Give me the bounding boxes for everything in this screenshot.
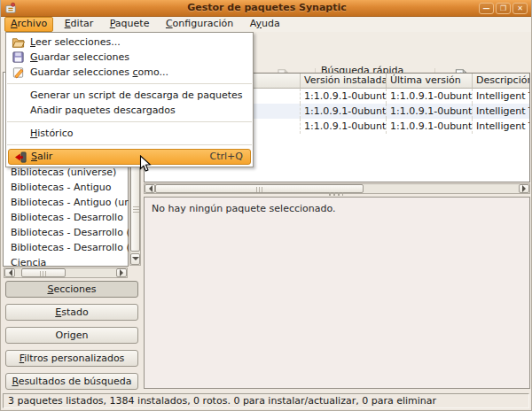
synaptic-window: Gestor de paquetes Synaptic — ❐ ✕ Archiv… xyxy=(0,0,532,411)
column-header-description[interactable]: Descripción xyxy=(473,74,529,89)
pane-splitter-handle[interactable] xyxy=(329,192,343,196)
scrollbar-thumb[interactable] xyxy=(130,166,140,252)
scroll-down-button[interactable] xyxy=(130,253,140,265)
column-header-installed-version[interactable]: Versión instalada xyxy=(301,74,387,89)
section-item[interactable]: Bibliotecas - Desarrollo (uni xyxy=(6,240,129,255)
save-as-pencil-icon xyxy=(11,65,26,80)
arrow-right-icon xyxy=(120,269,127,276)
scrollbar-thumb[interactable] xyxy=(21,268,66,277)
arrow-left-icon xyxy=(5,269,12,276)
menubar: Archivo Editar Paquete Configuración Ayu… xyxy=(1,17,532,32)
menu-configuracion[interactable]: Configuración xyxy=(160,17,239,32)
scroll-left-button[interactable] xyxy=(4,268,15,277)
menu-separator xyxy=(7,83,252,84)
menu-separator xyxy=(7,121,252,122)
scroll-right-button[interactable] xyxy=(519,184,529,193)
scroll-left-button[interactable] xyxy=(145,184,155,193)
minimize-button[interactable]: — xyxy=(479,3,494,14)
maximize-button[interactable]: ❐ xyxy=(496,3,511,14)
column-header-latest-version[interactable]: Última versión xyxy=(387,74,473,89)
arrow-left-icon xyxy=(145,185,153,192)
sections-button[interactable]: Secciones xyxy=(5,281,138,298)
statusbar: 3 paquetes listados, 1384 instalados, 0 … xyxy=(3,393,529,408)
status-button[interactable]: Estado xyxy=(5,304,138,321)
no-package-selected-message: No hay ningún paquete seleccionado. xyxy=(152,203,336,214)
statusbar-text: 3 paquetes listados, 1384 instalados, 0 … xyxy=(8,395,436,407)
section-item[interactable]: Bibliotecas - Desarrollo (mu xyxy=(6,225,129,240)
menuitem-add-downloaded-packages[interactable]: Añadir paquetes descargados xyxy=(6,103,253,118)
menu-archivo[interactable]: Archivo xyxy=(4,17,53,32)
origin-button[interactable]: Origen xyxy=(5,327,138,344)
menuitem-quit[interactable]: Salir Ctrl+Q xyxy=(8,149,251,165)
titlebar: Gestor de paquetes Synaptic — ❐ ✕ xyxy=(1,0,532,17)
menuitem-save-selections[interactable]: Guardar selecciones xyxy=(6,50,253,65)
scrollbar-grip xyxy=(133,206,139,213)
sections-horizontal-scrollbar[interactable] xyxy=(4,268,128,278)
section-item[interactable]: Bibliotecas - Antiguo xyxy=(6,180,129,195)
arrow-down-icon xyxy=(132,257,139,264)
menuitem-generate-download-script[interactable]: Generar un script de descarga de paquete… xyxy=(6,88,253,103)
floppy-disk-icon xyxy=(11,50,26,65)
window-title: Gestor de paquetes Synaptic xyxy=(1,2,532,13)
search-results-button[interactable]: Resultados de búsqueda xyxy=(5,373,138,390)
minimize-icon: — xyxy=(483,4,490,12)
close-icon: ✕ xyxy=(517,4,523,12)
scroll-right-button[interactable] xyxy=(116,268,127,277)
section-item[interactable]: Bibliotecas - Desarrollo xyxy=(6,210,129,225)
menu-editar[interactable]: Editar xyxy=(59,17,99,32)
custom-filters-button[interactable]: Filtros personalizados xyxy=(5,350,138,367)
scrollbar-grip xyxy=(40,271,48,276)
file-menu-dropdown: Leer selecciones... Guardar selecciones … xyxy=(5,32,254,167)
menuitem-save-selections-as[interactable]: Guardar selecciones como... xyxy=(6,65,253,80)
section-item[interactable]: Ciencia xyxy=(6,255,129,266)
open-folder-icon xyxy=(11,35,26,50)
quit-icon xyxy=(13,150,28,165)
quit-shortcut: Ctrl+Q xyxy=(210,150,243,164)
mouse-cursor xyxy=(139,155,152,175)
maximize-icon: ❐ xyxy=(500,4,506,12)
menu-paquete[interactable]: Paquete xyxy=(105,17,155,32)
scrollbar-grip xyxy=(256,187,264,192)
close-button[interactable]: ✕ xyxy=(512,3,528,14)
description-panel: No hay ningún paquete seleccionado. xyxy=(144,197,530,389)
menu-ayuda[interactable]: Ayuda xyxy=(245,17,286,32)
menuitem-read-selections[interactable]: Leer selecciones... xyxy=(6,35,253,50)
menuitem-history[interactable]: Histórico xyxy=(6,126,253,141)
arrow-right-icon xyxy=(522,185,529,192)
section-item[interactable]: Bibliotecas - Antiguo (univer xyxy=(6,195,129,210)
menu-separator xyxy=(7,144,252,145)
